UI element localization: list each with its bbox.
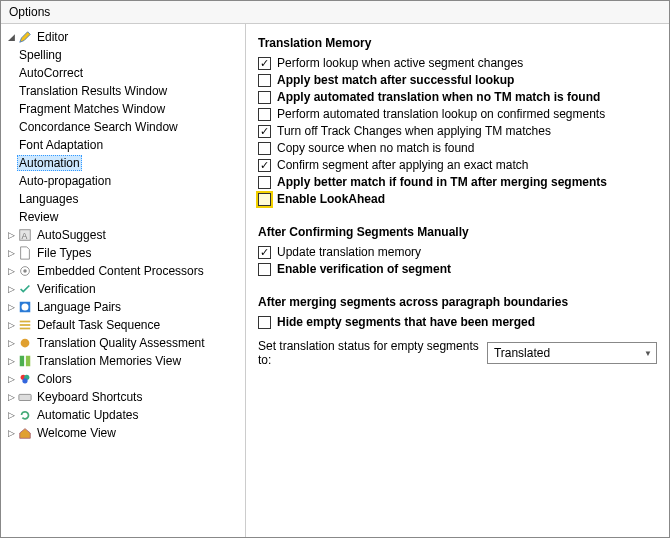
- tree-item-font-adaptation[interactable]: ▪Font Adaptation: [5, 136, 245, 154]
- tree-label: Review: [17, 210, 60, 224]
- tree-label: Translation Quality Assessment: [35, 336, 207, 350]
- tree-label: Colors: [35, 372, 74, 386]
- expand-icon[interactable]: ▷: [5, 302, 17, 312]
- checkbox[interactable]: [258, 263, 271, 276]
- checkbox[interactable]: [258, 176, 271, 189]
- status-select[interactable]: Translated ▼: [487, 342, 657, 364]
- tree-item-languages[interactable]: ▪Languages: [5, 190, 245, 208]
- checkbox[interactable]: [258, 125, 271, 138]
- tree-label: Verification: [35, 282, 98, 296]
- tree-item-verification[interactable]: ▷ Verification: [5, 280, 245, 298]
- opt-apply-automated-translation[interactable]: Apply automated translation when no TM m…: [258, 90, 657, 104]
- tree-label: Translation Results Window: [17, 84, 169, 98]
- tree-label: Fragment Matches Window: [17, 102, 167, 116]
- tree-item-welcome-view[interactable]: ▷ Welcome View: [5, 424, 245, 442]
- check-icon: [17, 281, 33, 297]
- checkbox[interactable]: [258, 316, 271, 329]
- checkbox[interactable]: [258, 91, 271, 104]
- expand-icon[interactable]: ▷: [5, 392, 17, 402]
- opt-perform-lookup[interactable]: Perform lookup when active segment chang…: [258, 56, 657, 70]
- tree-item-file-types[interactable]: ▷ File Types: [5, 244, 245, 262]
- checkbox[interactable]: [258, 159, 271, 172]
- opt-update-tm[interactable]: Update translation memory: [258, 245, 657, 259]
- tree-item-language-pairs[interactable]: ▷ Language Pairs: [5, 298, 245, 316]
- expand-icon[interactable]: ▷: [5, 266, 17, 276]
- tree-item-fragment-matches-window[interactable]: ▪Fragment Matches Window: [5, 100, 245, 118]
- opt-turn-off-track-changes[interactable]: Turn off Track Changes when applying TM …: [258, 124, 657, 138]
- tree-label: Welcome View: [35, 426, 118, 440]
- expand-icon[interactable]: ▷: [5, 320, 17, 330]
- tree-item-spelling[interactable]: ▪Spelling: [5, 46, 245, 64]
- checkbox[interactable]: [258, 246, 271, 259]
- svg-point-9: [21, 339, 30, 348]
- tree-label: Auto-propagation: [17, 174, 113, 188]
- collapse-icon[interactable]: ◢: [5, 32, 17, 42]
- gear-icon: [17, 263, 33, 279]
- checkbox-label: Copy source when no match is found: [277, 141, 474, 155]
- options-window: Options ◢ Editor ▪Spelling: [0, 0, 670, 538]
- opt-copy-source-no-match[interactable]: Copy source when no match is found: [258, 141, 657, 155]
- tree-item-autocorrect[interactable]: ▪AutoCorrect: [5, 64, 245, 82]
- tree-item-automatic-updates[interactable]: ▷ Automatic Updates: [5, 406, 245, 424]
- tree-label: Embedded Content Processors: [35, 264, 206, 278]
- expand-icon[interactable]: ▷: [5, 230, 17, 240]
- opt-confirm-after-exact-match[interactable]: Confirm segment after applying an exact …: [258, 158, 657, 172]
- expand-icon[interactable]: ▷: [5, 428, 17, 438]
- tree-item-default-task-sequence[interactable]: ▷ Default Task Sequence: [5, 316, 245, 334]
- tree-item-translation-results-window[interactable]: ▪Translation Results Window: [5, 82, 245, 100]
- expand-icon[interactable]: ▷: [5, 356, 17, 366]
- opt-perform-automated-lookup-confirmed[interactable]: Perform automated translation lookup on …: [258, 107, 657, 121]
- tree-item-editor[interactable]: ◢ Editor: [5, 28, 245, 46]
- options-panel: Translation Memory Perform lookup when a…: [246, 24, 669, 537]
- tree-label: Automatic Updates: [35, 408, 140, 422]
- expand-icon[interactable]: ▷: [5, 338, 17, 348]
- checkbox[interactable]: [258, 142, 271, 155]
- chevron-down-icon: ▼: [644, 349, 652, 358]
- checkbox[interactable]: [258, 193, 271, 206]
- group-title-after-confirm: After Confirming Segments Manually: [258, 225, 657, 239]
- opt-apply-better-match-merging[interactable]: Apply better match if found in TM after …: [258, 175, 657, 189]
- tree-item-translation-memories-view[interactable]: ▷ Translation Memories View: [5, 352, 245, 370]
- tree-item-colors[interactable]: ▷ Colors: [5, 370, 245, 388]
- tree-label: Default Task Sequence: [35, 318, 162, 332]
- expand-icon[interactable]: ▷: [5, 284, 17, 294]
- tree-label: Font Adaptation: [17, 138, 105, 152]
- opt-enable-verification[interactable]: Enable verification of segment: [258, 262, 657, 276]
- svg-point-14: [22, 378, 27, 383]
- tree-item-embedded-content-processors[interactable]: ▷ Embedded Content Processors: [5, 262, 245, 280]
- window-body: ◢ Editor ▪Spelling ▪AutoCorrect ▪Transla…: [1, 24, 669, 537]
- group-title-tm: Translation Memory: [258, 36, 657, 50]
- svg-rect-8: [20, 328, 31, 330]
- svg-text:A: A: [22, 231, 28, 241]
- tree-item-concordance-search-window[interactable]: ▪Concordance Search Window: [5, 118, 245, 136]
- keyboard-icon: [17, 389, 33, 405]
- tree-label: Automation: [17, 155, 82, 171]
- tree-label: AutoCorrect: [17, 66, 85, 80]
- tree-item-translation-quality-assessment[interactable]: ▷ Translation Quality Assessment: [5, 334, 245, 352]
- checkbox[interactable]: [258, 74, 271, 87]
- checkbox-label: Confirm segment after applying an exact …: [277, 158, 528, 172]
- checkbox[interactable]: [258, 57, 271, 70]
- tree-label: File Types: [35, 246, 93, 260]
- opt-hide-empty-merged[interactable]: Hide empty segments that have been merge…: [258, 315, 657, 329]
- tree-item-review[interactable]: ▪Review: [5, 208, 245, 226]
- tree-item-auto-propagation[interactable]: ▪Auto-propagation: [5, 172, 245, 190]
- tree-item-automation[interactable]: ▪Automation: [5, 154, 245, 172]
- expand-icon[interactable]: ▷: [5, 248, 17, 258]
- options-tree: ◢ Editor ▪Spelling ▪AutoCorrect ▪Transla…: [1, 24, 246, 537]
- opt-apply-best-match[interactable]: Apply best match after successful lookup: [258, 73, 657, 87]
- expand-icon[interactable]: ▷: [5, 410, 17, 420]
- expand-icon[interactable]: ▷: [5, 374, 17, 384]
- pencil-icon: [17, 29, 33, 45]
- checkbox[interactable]: [258, 108, 271, 121]
- checkbox-label: Apply better match if found in TM after …: [277, 175, 607, 189]
- window-title: Options: [1, 1, 669, 24]
- tree-item-keyboard-shortcuts[interactable]: ▷ Keyboard Shortcuts: [5, 388, 245, 406]
- globe-icon: [17, 299, 33, 315]
- tree-label: Editor: [35, 30, 70, 44]
- tree-label: Keyboard Shortcuts: [35, 390, 144, 404]
- tree-label: Spelling: [17, 48, 64, 62]
- checkbox-label: Perform automated translation lookup on …: [277, 107, 605, 121]
- tree-item-autosuggest[interactable]: ▷ A AutoSuggest: [5, 226, 245, 244]
- opt-enable-lookahead[interactable]: Enable LookAhead: [258, 192, 657, 206]
